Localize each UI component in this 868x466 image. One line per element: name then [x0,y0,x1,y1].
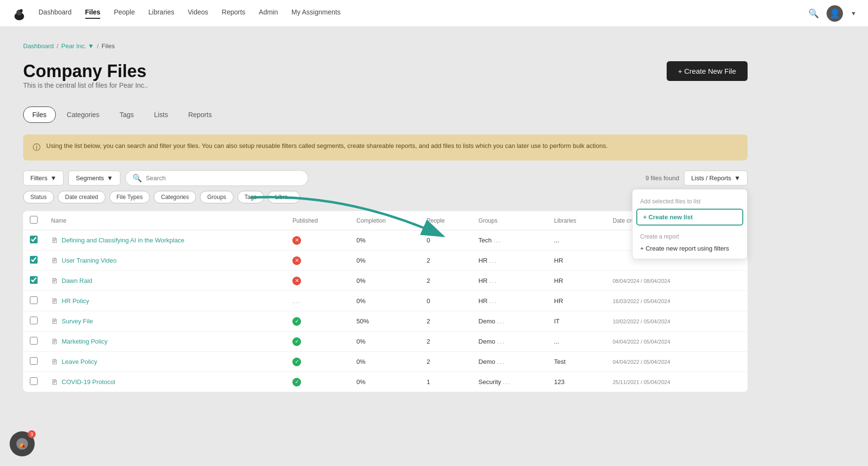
filter-status[interactable]: Status [23,191,54,203]
tab-lists[interactable]: Lists [145,107,177,123]
file-name-link[interactable]: 🖹Leave Policy [51,358,279,366]
file-name-link[interactable]: 🖹User Training Video [51,257,279,265]
page-header: Company Files This is the central list o… [23,61,748,103]
nav-my-assignments[interactable]: My Assignments [291,8,341,19]
groups-more[interactable]: ... [497,318,505,325]
groups-more[interactable]: ... [503,378,511,386]
filter-categories[interactable]: Categories [154,191,196,203]
file-name-link[interactable]: 🖹Defining and Classifying AI in the Work… [51,237,279,244]
col-groups: Groups [472,211,547,230]
info-banner: ⓘ Using the list below, you can search a… [23,134,748,160]
filter-libraries[interactable]: Libra... [268,191,300,203]
row-checkbox[interactable] [30,296,38,304]
status-published: ✓ [292,317,301,326]
lists-reports-button[interactable]: Lists / Reports ▼ [684,171,748,186]
groups-more[interactable]: ... [493,237,501,244]
row-checkbox[interactable] [30,317,38,324]
row-checkbox[interactable] [30,337,38,345]
tab-categories[interactable]: Categories [58,107,109,123]
filter-tags[interactable]: Tags [237,191,264,203]
page-subtitle: This is the central list of files for Pe… [23,81,148,89]
breadcrumb-company[interactable]: Pear Inc. ▼ [61,42,94,50]
table-row: 🖹Dawn Raid✕0%2HR ...HR08/04/2024 / 08/04… [23,271,748,291]
file-icon: 🖹 [51,338,58,346]
file-icon: 🖹 [51,378,58,386]
chevron-down-icon: ▼ [88,42,94,50]
file-icon: 🖹 [51,358,58,366]
lists-reports-container: Lists / Reports ▼ Add selected files to … [684,171,748,186]
file-icon: 🖹 [51,297,58,305]
status-unpublished: ✕ [292,236,301,245]
dates-value: 04/04/2022 / 05/04/2024 [606,332,748,352]
row-checkbox[interactable] [30,377,38,385]
nav-dashboard[interactable]: Dashboard [39,8,72,19]
avatar[interactable]: 👤 [827,5,843,22]
row-checkbox[interactable] [30,256,38,264]
tab-tags[interactable]: Tags [110,107,143,123]
filters-button[interactable]: Filters ▼ [23,171,64,186]
completion-value: 0% [350,372,420,392]
status-published: ✓ [292,337,301,346]
nav-files[interactable]: Files [85,8,101,19]
search-input[interactable] [146,174,301,182]
create-new-report-button[interactable]: + Create new report using filters [632,242,747,255]
nav-admin[interactable]: Admin [259,8,278,19]
status-dots[interactable]: ... [292,297,301,305]
status-unpublished: ✕ [292,277,301,285]
libraries-value: ... [547,332,606,352]
search-icon[interactable]: 🔍 [808,8,819,19]
create-new-list-button[interactable]: + Create new list [636,209,743,226]
groups-value: HR ... [472,291,547,311]
groups-more[interactable]: ... [489,257,498,264]
libraries-value: HR [547,291,606,311]
nav-libraries[interactable]: Libraries [148,8,174,19]
breadcrumb: Dashboard / Pear Inc. ▼ / Files [23,42,748,50]
table-row: 🖹Leave Policy✓0%2Demo ...Test04/04/2022 … [23,352,748,372]
nav-right: 🔍 👤 ▼ [808,5,856,22]
file-name-link[interactable]: 🖹HR Policy [51,297,279,305]
completion-value: 0% [350,271,420,291]
dates-value: 16/03/2022 / 05/04/2024 [606,291,748,311]
groups-more[interactable]: ... [497,358,505,365]
segments-button[interactable]: Segments ▼ [68,171,120,186]
filter-file-types[interactable]: File Types [109,191,150,203]
row-checkbox[interactable] [30,276,38,284]
chevron-down-icon[interactable]: ▼ [851,10,856,17]
select-all-checkbox[interactable] [30,216,38,224]
nav-videos[interactable]: Videos [188,8,209,19]
groups-value: Demo ... [472,332,547,352]
file-name-link[interactable]: 🖹Dawn Raid [51,277,279,285]
groups-more[interactable]: ... [489,277,498,284]
groups-value: Tech ... [472,230,547,251]
libraries-value: IT [547,311,606,332]
chevron-down-icon: ▼ [107,174,113,182]
filter-date-created[interactable]: Date created [58,191,105,203]
nav-people[interactable]: People [114,8,135,19]
file-name-link[interactable]: 🖹Marketing Policy [51,338,279,346]
file-name-link[interactable]: 🖹Survey File [51,318,279,325]
nav-links: Dashboard Files People Libraries Videos … [39,8,808,19]
search-box[interactable]: 🔍 [125,170,308,186]
help-widget[interactable]: ⛺ 9 [10,431,35,456]
breadcrumb-dashboard[interactable]: Dashboard [23,42,54,50]
groups-more[interactable]: ... [489,297,498,305]
nav-reports[interactable]: Reports [222,8,245,19]
breadcrumb-files: Files [102,42,115,50]
row-checkbox[interactable] [30,357,38,365]
logo[interactable] [12,6,27,21]
groups-more[interactable]: ... [497,338,505,345]
file-name-link[interactable]: 🖹COVID-19 Protocol [51,378,279,386]
file-icon: 🖹 [51,277,58,285]
file-icon: 🖹 [51,257,58,265]
dates-value: 08/04/2024 / 08/04/2024 [606,271,748,291]
completion-value: 0% [350,291,420,311]
people-count: 0 [420,230,472,251]
tab-reports[interactable]: Reports [179,107,221,123]
row-checkbox[interactable] [30,236,38,243]
tab-files[interactable]: Files [23,107,56,123]
create-new-file-button[interactable]: + Create New File [667,61,748,81]
libraries-value: HR [547,251,606,271]
people-count: 2 [420,352,472,372]
groups-value: HR ... [472,271,547,291]
filter-groups[interactable]: Groups [200,191,233,203]
